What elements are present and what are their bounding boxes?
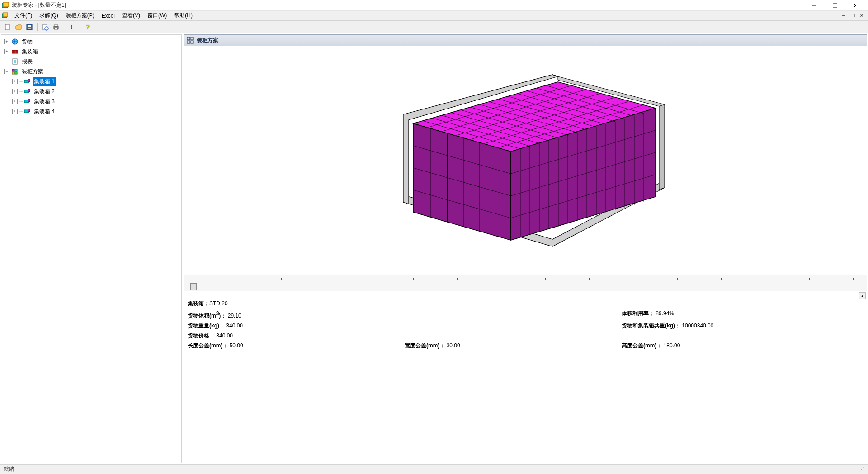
maximize-button[interactable] — [825, 0, 845, 11]
volume-field: 货物体积(m3)： 29.10 — [188, 308, 405, 321]
svg-rect-42 — [187, 41, 190, 43]
print-preview-button[interactable] — [40, 22, 50, 32]
tree-node-goods[interactable]: + 货物 — [2, 37, 180, 47]
new-button[interactable] — [3, 22, 13, 32]
tree-label: 集装箱 4 — [33, 107, 56, 116]
tree-node-containers[interactable]: + 集装箱 — [2, 47, 180, 57]
mdi-minimize-button[interactable]: ─ — [839, 12, 848, 19]
weight-field: 货物重量(kg)： 340.00 — [188, 321, 405, 331]
menu-plan[interactable]: 装柜方案(P) — [62, 11, 98, 20]
svg-rect-37 — [28, 99, 30, 102]
panel-header: 装柜方案 — [184, 34, 867, 46]
document-icon — [2, 12, 9, 19]
menu-excel[interactable]: Excel — [98, 12, 118, 20]
width-tolerance-field: 宽度公差(mm)： 30.00 — [405, 341, 622, 351]
svg-rect-15 — [55, 24, 57, 26]
container-item-icon — [24, 108, 31, 115]
mdi-close-button[interactable]: ✕ — [857, 12, 866, 19]
tree-label: 货物 — [20, 38, 34, 46]
expand-icon[interactable]: + — [4, 49, 9, 54]
svg-rect-8 — [5, 24, 9, 30]
utilization-field: 体积利用率： 89.94% — [622, 308, 863, 321]
expand-icon[interactable]: + — [12, 79, 18, 84]
mdi-restore-button[interactable]: ❐ — [848, 12, 857, 19]
svg-rect-35 — [28, 89, 30, 92]
container-item-icon — [24, 78, 31, 85]
svg-marker-48 — [659, 104, 665, 190]
tree-label: 装柜方案 — [20, 67, 45, 76]
solve-button[interactable]: ! — [67, 22, 77, 32]
svg-rect-33 — [28, 79, 30, 82]
svg-rect-31 — [15, 72, 17, 74]
svg-rect-1 — [3, 2, 9, 7]
container-3d-model — [381, 66, 670, 247]
tree-node-container-4[interactable]: + ┈ 集装箱 4 — [2, 106, 180, 116]
tree-label: 集装箱 1 — [33, 77, 56, 86]
print-button[interactable] — [51, 22, 61, 32]
ruler-handle[interactable] — [190, 283, 197, 290]
title-bar: 装柜专家 - [数量不定1] — [0, 0, 868, 11]
container-item-icon — [24, 98, 31, 105]
container-label: 集装箱：STD 20 — [188, 299, 228, 308]
close-button[interactable] — [845, 0, 866, 11]
tree-node-container-2[interactable]: + ┈ 集装箱 2 — [2, 86, 180, 96]
svg-rect-28 — [12, 69, 14, 71]
svg-rect-11 — [28, 28, 31, 29]
plan-icon — [11, 68, 19, 75]
minimize-button[interactable] — [804, 0, 825, 11]
save-button[interactable] — [24, 22, 34, 32]
tree-node-plans[interactable]: − 装柜方案 — [2, 66, 180, 76]
menu-file[interactable]: 文件(F) — [11, 11, 36, 20]
expand-icon[interactable]: + — [12, 89, 18, 94]
svg-rect-16 — [55, 28, 57, 30]
price-field: 货物价格： 340.00 — [188, 331, 233, 341]
tree-pane[interactable]: + 货物 + 集装箱 报表 − 装柜方案 + ┈ — [1, 34, 182, 463]
tree-node-container-1[interactable]: + ┈ 集装箱 1 — [2, 76, 180, 86]
collapse-icon[interactable]: − — [4, 69, 9, 74]
menu-solve[interactable]: 求解(Q) — [36, 11, 61, 20]
goods-icon — [11, 38, 19, 45]
help-button[interactable]: ? — [83, 22, 93, 32]
timeline-ruler[interactable]: /*ticks added below*/ — [184, 275, 867, 291]
tree-label: 集装箱 2 — [33, 87, 56, 96]
expand-icon[interactable]: + — [4, 39, 9, 44]
status-bar: 就绪 ⋰ — [0, 464, 868, 474]
tree-label: 集装箱 — [20, 47, 39, 56]
length-tolerance-field: 长度公差(mm)： 50.00 — [188, 341, 405, 351]
app-icon — [2, 2, 9, 9]
svg-rect-10 — [28, 25, 31, 27]
3d-viewport[interactable] — [184, 46, 867, 275]
height-tolerance-field: 高度公差(mm)： 180.00 — [622, 341, 863, 351]
toolbar-separator — [64, 23, 64, 31]
tree-node-reports[interactable]: 报表 — [2, 57, 180, 66]
expand-icon[interactable]: + — [12, 99, 18, 104]
status-text: 就绪 — [4, 465, 14, 473]
svg-rect-39 — [28, 109, 30, 112]
svg-rect-29 — [15, 69, 17, 71]
total-weight-field: 货物和集装箱共重(kg)： 10000340.00 — [622, 321, 863, 331]
info-panel: ▴ 集装箱：STD 20 货物体积(m3)： 29.10 体积利用率： 89.9… — [184, 291, 867, 463]
open-button[interactable] — [14, 22, 24, 32]
svg-rect-3 — [833, 3, 837, 8]
menu-bar: 文件(F) 求解(Q) 装柜方案(P) Excel 查看(V) 窗口(W) 帮助… — [0, 11, 868, 21]
toolbar: ! ? — [0, 21, 868, 33]
tree-label: 集装箱 3 — [33, 97, 56, 106]
menu-help[interactable]: 帮助(H) — [170, 11, 196, 20]
panel-title: 装柜方案 — [197, 37, 218, 44]
toolbar-separator — [37, 23, 38, 31]
menu-view[interactable]: 查看(V) — [118, 11, 144, 20]
report-icon — [11, 58, 19, 65]
menu-window[interactable]: 窗口(W) — [144, 11, 170, 20]
tree-label: 报表 — [20, 57, 34, 66]
svg-rect-43 — [191, 41, 193, 43]
tree-node-container-3[interactable]: + ┈ 集装箱 3 — [2, 96, 180, 106]
svg-rect-30 — [12, 72, 14, 74]
container-item-icon — [24, 88, 31, 95]
svg-rect-7 — [3, 13, 8, 17]
svg-rect-40 — [187, 37, 190, 40]
resize-grip-icon[interactable]: ⋰ — [858, 466, 864, 473]
scroll-up-button[interactable]: ▴ — [859, 292, 866, 299]
toolbar-separator — [80, 23, 80, 31]
plan-header-icon — [187, 37, 194, 44]
expand-icon[interactable]: + — [12, 109, 18, 114]
